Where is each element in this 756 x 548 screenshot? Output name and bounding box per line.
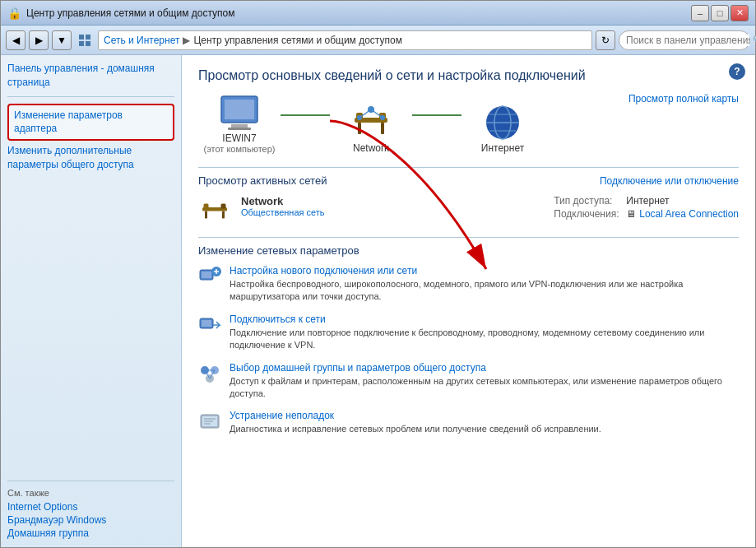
sidebar-homegroup[interactable]: Домашняя группа bbox=[7, 527, 174, 539]
connect-network-title[interactable]: Подключиться к сети bbox=[230, 313, 739, 325]
svg-rect-7 bbox=[228, 128, 251, 130]
active-network-details: Тип доступа: Интернет Подключения: 🖥 Loc… bbox=[554, 195, 739, 220]
node-internet-label: Интернет bbox=[481, 142, 524, 154]
svg-rect-24 bbox=[204, 204, 209, 209]
svg-rect-0 bbox=[79, 35, 84, 39]
access-type-label: Тип доступа: bbox=[554, 195, 619, 207]
breadcrumb-current: Центр управления сетями и общим доступом bbox=[193, 35, 402, 46]
setup-connection-icon bbox=[198, 265, 221, 288]
connect-network-desc: Подключение или повторное подключение к … bbox=[230, 327, 739, 352]
bench-icon bbox=[198, 195, 231, 225]
main-panel: ? Просмотр основных сведений о сети и на… bbox=[182, 55, 755, 547]
active-network-info: Network Общественная сеть bbox=[241, 195, 527, 217]
network-line-2 bbox=[412, 114, 461, 116]
grid-icon bbox=[78, 34, 91, 47]
active-network-item: Network Общественная сеть Тип доступа: И… bbox=[198, 195, 739, 227]
connect-disconnect-link[interactable]: Подключение или отключение bbox=[600, 175, 739, 187]
network-adapter-icon: 🖥 bbox=[626, 208, 636, 220]
section-divider-2 bbox=[198, 237, 739, 238]
network-line-1 bbox=[281, 114, 330, 116]
svg-rect-26 bbox=[205, 211, 207, 219]
change-section-title: Изменение сетевых параметров bbox=[198, 244, 739, 257]
svg-rect-12 bbox=[381, 123, 384, 134]
connect-network-item: Подключиться к сети Подключение или повт… bbox=[198, 313, 739, 352]
network-icon bbox=[350, 103, 392, 142]
close-button[interactable]: ✕ bbox=[730, 5, 749, 21]
addressbar: ◀ ▶ ▼ Сеть и Интернет ▶ Центр управления… bbox=[1, 26, 755, 55]
maximize-button[interactable]: □ bbox=[711, 5, 729, 21]
node-computer-sublabel: (этот компьютер) bbox=[203, 144, 275, 154]
sidebar-home-link[interactable]: Панель управления - домашняя страница bbox=[7, 62, 174, 90]
sidebar-sharing-link[interactable]: Изменить дополнительные параметры общего… bbox=[7, 144, 174, 172]
setup-connection-content: Настройка нового подключения или сети На… bbox=[230, 265, 739, 304]
svg-rect-27 bbox=[222, 211, 225, 219]
active-network-type[interactable]: Общественная сеть bbox=[241, 207, 527, 217]
computer-icon bbox=[218, 93, 261, 132]
troubleshoot-content: Устранение неполадок Диагностика и испра… bbox=[230, 410, 739, 435]
setup-connection-desc: Настройка беспроводного, широкополосного… bbox=[230, 278, 739, 304]
content-area: Панель управления - домашняя страница Из… bbox=[1, 55, 755, 547]
access-type-row: Тип доступа: Интернет bbox=[554, 195, 739, 207]
sidebar-firewall[interactable]: Брандмауэр Windows bbox=[7, 514, 174, 526]
homegroup-title[interactable]: Выбор домашней группы и параметров общег… bbox=[230, 362, 739, 374]
forward-button[interactable]: ▶ bbox=[29, 30, 49, 50]
svg-rect-11 bbox=[358, 123, 361, 134]
svg-rect-34 bbox=[202, 320, 211, 327]
troubleshoot-desc: Диагностика и исправление сетевых пробле… bbox=[230, 423, 739, 435]
sidebar-divider-1 bbox=[7, 96, 174, 97]
connections-row: Подключения: 🖥 Local Area Connection bbox=[554, 208, 739, 220]
search-bar: 🔍 bbox=[619, 30, 750, 50]
node-network: Network bbox=[330, 103, 412, 154]
node-internet: Интернет bbox=[461, 103, 544, 154]
help-button[interactable]: ? bbox=[729, 63, 745, 80]
refresh-button[interactable]: ↻ bbox=[596, 30, 615, 50]
connections-label: Подключения: bbox=[554, 208, 619, 220]
sidebar-adapter-settings[interactable]: Изменение параметров адаптера bbox=[7, 104, 174, 142]
page-title: Просмотр основных сведений о сети и наст… bbox=[198, 68, 739, 83]
active-network-icon bbox=[198, 195, 231, 227]
active-networks-title: Просмотр активных сетей bbox=[198, 174, 327, 187]
homegroup-icon bbox=[198, 362, 221, 385]
see-also-label: См. также bbox=[7, 488, 174, 498]
titlebar: 🔒 Центр управления сетями и общим доступ… bbox=[1, 1, 755, 26]
setup-connection-title[interactable]: Настройка нового подключения или сети bbox=[230, 265, 739, 276]
access-type-value: Интернет bbox=[626, 195, 669, 207]
connect-network-content: Подключиться к сети Подключение или повт… bbox=[230, 313, 739, 352]
node-computer: IEWIN7 (этот компьютер) bbox=[198, 93, 281, 154]
node-computer-label: IEWIN7 bbox=[222, 132, 256, 144]
dropdown-button[interactable]: ▼ bbox=[52, 30, 72, 50]
search-icon: 🔍 bbox=[753, 35, 756, 46]
window-controls: – □ ✕ bbox=[691, 5, 749, 21]
sidebar-internet-options[interactable]: Internet Options bbox=[7, 501, 174, 513]
troubleshoot-icon bbox=[198, 410, 221, 433]
connections-value: 🖥 Local Area Connection bbox=[626, 208, 739, 220]
active-networks-header: Просмотр активных сетей Подключение или … bbox=[198, 174, 739, 187]
svg-rect-3 bbox=[86, 41, 90, 46]
internet-icon bbox=[481, 103, 524, 142]
sidebar-adapter-link[interactable]: Изменение параметров адаптера bbox=[14, 109, 123, 135]
sidebar-see-also: См. также Internet Options Брандмауэр Wi… bbox=[7, 481, 174, 541]
svg-rect-25 bbox=[221, 204, 226, 209]
svg-rect-1 bbox=[86, 35, 90, 39]
breadcrumb-bar: Сеть и Интернет ▶ Центр управления сетям… bbox=[98, 30, 592, 50]
active-network-name: Network bbox=[241, 195, 527, 207]
svg-rect-6 bbox=[231, 124, 248, 128]
back-button[interactable]: ◀ bbox=[6, 30, 26, 50]
main-window: 🔒 Центр управления сетями и общим доступ… bbox=[0, 0, 756, 548]
svg-rect-29 bbox=[202, 272, 211, 278]
breadcrumb-network[interactable]: Сеть и Интернет bbox=[104, 35, 179, 46]
search-input[interactable] bbox=[626, 35, 749, 46]
network-map: IEWIN7 (этот компьютер) bbox=[198, 93, 739, 154]
node-network-label: Network bbox=[353, 142, 389, 154]
troubleshoot-title[interactable]: Устранение неполадок bbox=[230, 410, 739, 421]
homegroup-item: Выбор домашней группы и параметров общег… bbox=[198, 362, 739, 401]
section-divider-1 bbox=[198, 167, 739, 168]
local-area-connection-link[interactable]: Local Area Connection bbox=[639, 208, 739, 220]
troubleshoot-item: Устранение неполадок Диагностика и испра… bbox=[198, 410, 739, 435]
homegroup-desc: Доступ к файлам и принтерам, расположенн… bbox=[230, 375, 739, 401]
minimize-button[interactable]: – bbox=[691, 5, 709, 21]
svg-rect-5 bbox=[225, 100, 254, 119]
homegroup-content: Выбор домашней группы и параметров общег… bbox=[230, 362, 739, 401]
window-title: Центр управления сетями и общим доступом bbox=[26, 7, 235, 19]
connect-network-icon bbox=[198, 313, 221, 337]
